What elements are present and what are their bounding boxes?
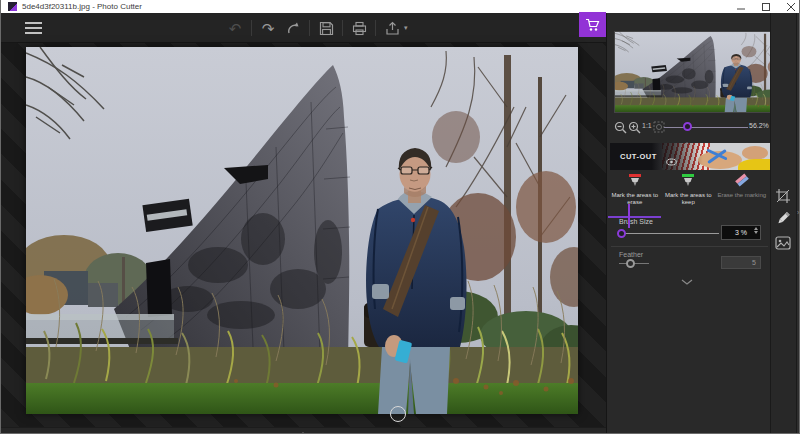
chevron-down-icon[interactable]: [681, 271, 693, 289]
brush-size-slider-handle[interactable]: [617, 229, 626, 238]
mark-erase-button[interactable]: Mark the areas to erase: [608, 171, 662, 211]
divider: [611, 246, 768, 247]
crop-icon[interactable]: [775, 188, 791, 204]
zoom-value: 56.2%: [749, 122, 769, 129]
zoom-out-icon[interactable]: [614, 120, 628, 134]
title-bar: 5de4d3f20311b.jpg - Photo Cutter: [1, 0, 800, 13]
eraser-icon: [734, 173, 750, 191]
save-icon[interactable]: [317, 19, 335, 37]
panel-edge: [796, 13, 800, 434]
toolbar-separator: [342, 20, 343, 36]
share-icon[interactable]: [383, 19, 401, 37]
side-tool-strip: [771, 13, 796, 434]
redo-curve-icon[interactable]: [284, 19, 302, 37]
redo-icon[interactable]: ↷: [259, 19, 277, 37]
share-dropdown-caret[interactable]: ▾: [404, 24, 408, 32]
zoom-slider-track[interactable]: [664, 127, 748, 128]
minimize-button[interactable]: [732, 0, 750, 13]
zoom-in-icon[interactable]: [628, 120, 642, 134]
feather-label: Feather: [619, 251, 643, 258]
pencil-icon[interactable]: [775, 210, 791, 226]
menu-icon[interactable]: [25, 22, 42, 34]
feather-value: 5: [752, 259, 756, 266]
green-marker-icon: [680, 173, 696, 191]
brush-size-value-box[interactable]: 3 %: [721, 225, 761, 240]
undo-icon[interactable]: ↶: [226, 19, 244, 37]
cutout-section-header[interactable]: CUT-OUT: [610, 143, 770, 170]
cart-icon: [585, 18, 600, 32]
close-button[interactable]: [782, 0, 800, 13]
photo-canvas[interactable]: [26, 47, 578, 414]
mark-keep-button[interactable]: Mark the areas to keep: [662, 171, 716, 211]
image-icon[interactable]: [775, 236, 791, 252]
feather-value-box: 5: [721, 256, 761, 269]
right-panel: 1:1 56.2% CUT-OUT: [606, 13, 800, 434]
active-tool-indicator: [628, 204, 630, 228]
photo-cutter-window: 5de4d3f20311b.jpg - Photo Cutter ↶ ↷: [0, 0, 800, 434]
toolbar-separator: [375, 20, 376, 36]
brush-size-label: Brush Size: [619, 218, 653, 225]
panel-expand-icon[interactable]: ›: [797, 209, 799, 216]
main-toolbar: ↶ ↷ ▾: [1, 13, 606, 43]
brush-size-value: 3 %: [735, 229, 747, 236]
toolbar-separator: [309, 20, 310, 36]
brush-size-slider-track[interactable]: [619, 233, 719, 234]
tool-label: Mark the areas to keep: [662, 192, 716, 206]
red-marker-icon: [627, 173, 643, 191]
window-title: 5de4d3f20311b.jpg - Photo Cutter: [22, 2, 142, 11]
brush-cursor: [390, 406, 406, 422]
print-icon[interactable]: [350, 19, 368, 37]
feather-slider-handle[interactable]: [626, 259, 635, 268]
erase-marking-button[interactable]: Erase the marking: [715, 171, 769, 211]
maximize-button[interactable]: [757, 0, 775, 13]
tool-label: Erase the marking: [715, 192, 769, 199]
navigator-thumbnail[interactable]: [615, 32, 787, 112]
canvas-area: [1, 43, 606, 434]
eye-icon: [666, 152, 677, 170]
chevron-up-icon[interactable]: [297, 424, 309, 434]
cart-button[interactable]: [579, 12, 606, 37]
tool-label: Mark the areas to erase: [608, 192, 662, 206]
zoom-slider-handle[interactable]: [683, 122, 692, 131]
app-icon: [8, 2, 17, 11]
cutout-tools: Mark the areas to erase Mark the areas t…: [608, 171, 769, 211]
spinner-icons[interactable]: [754, 227, 758, 234]
toolbar-separator: [251, 20, 252, 36]
cutout-title: CUT-OUT: [620, 152, 657, 161]
